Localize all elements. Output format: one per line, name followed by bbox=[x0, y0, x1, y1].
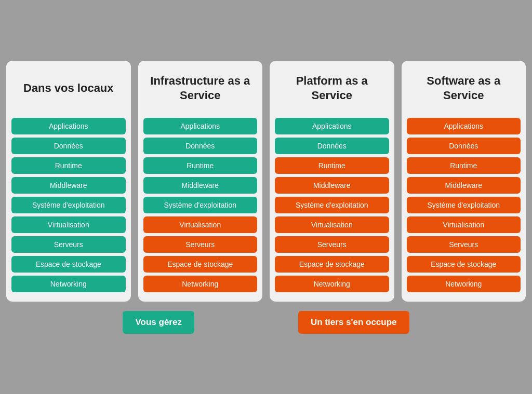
item-networking: Networking bbox=[407, 276, 521, 292]
item-applications: Applications bbox=[143, 118, 258, 134]
item-serveurs: Serveurs bbox=[11, 236, 126, 253]
item-networking: Networking bbox=[143, 276, 258, 292]
item-runtime: Runtime bbox=[143, 157, 258, 174]
item-middleware: Middleware bbox=[11, 177, 126, 194]
item-espace-de-stockage: Espace de stockage bbox=[275, 256, 389, 273]
item-donn-es: Données bbox=[407, 138, 521, 154]
item-middleware: Middleware bbox=[275, 177, 389, 194]
legend-row: Vous gérez Un tiers s'en occupe bbox=[6, 311, 526, 334]
item-applications: Applications bbox=[275, 118, 389, 134]
card-iaas: Infrastructure as a ServiceApplicationsD… bbox=[138, 61, 263, 302]
card-title-on-premise: Dans vos locaux bbox=[23, 70, 114, 106]
item-syst-me-d-exploitation: Système d'exploitation bbox=[275, 197, 389, 213]
item-espace-de-stockage: Espace de stockage bbox=[407, 256, 521, 273]
item-espace-de-stockage: Espace de stockage bbox=[143, 256, 258, 273]
card-title-iaas: Infrastructure as a Service bbox=[143, 70, 258, 106]
item-espace-de-stockage: Espace de stockage bbox=[11, 256, 126, 273]
vous-gerez-button[interactable]: Vous gérez bbox=[123, 311, 194, 334]
item-serveurs: Serveurs bbox=[143, 236, 258, 253]
card-on-premise: Dans vos locauxApplicationsDonnéesRuntim… bbox=[6, 61, 131, 302]
item-virtualisation: Virtualisation bbox=[275, 216, 389, 233]
items-list-paas: ApplicationsDonnéesRuntimeMiddlewareSyst… bbox=[275, 118, 389, 292]
item-syst-me-d-exploitation: Système d'exploitation bbox=[11, 197, 126, 213]
item-applications: Applications bbox=[11, 118, 126, 134]
items-list-saas: ApplicationsDonnéesRuntimeMiddlewareSyst… bbox=[407, 118, 521, 292]
card-saas: Software as a ServiceApplicationsDonnées… bbox=[402, 61, 526, 302]
card-title-saas: Software as a Service bbox=[407, 70, 521, 106]
item-syst-me-d-exploitation: Système d'exploitation bbox=[143, 197, 258, 213]
item-virtualisation: Virtualisation bbox=[407, 216, 521, 233]
items-list-on-premise: ApplicationsDonnéesRuntimeMiddlewareSyst… bbox=[11, 118, 126, 292]
item-donn-es: Données bbox=[275, 138, 389, 154]
item-runtime: Runtime bbox=[407, 157, 521, 174]
item-virtualisation: Virtualisation bbox=[11, 216, 126, 233]
item-runtime: Runtime bbox=[275, 157, 389, 174]
item-donn-es: Données bbox=[143, 138, 258, 154]
item-middleware: Middleware bbox=[143, 177, 258, 194]
item-networking: Networking bbox=[275, 276, 389, 292]
cards-grid: Dans vos locauxApplicationsDonnéesRuntim… bbox=[6, 61, 526, 302]
item-runtime: Runtime bbox=[11, 157, 126, 174]
item-applications: Applications bbox=[407, 118, 521, 134]
item-donn-es: Données bbox=[11, 138, 126, 154]
card-title-paas: Platform as a Service bbox=[275, 70, 389, 106]
item-serveurs: Serveurs bbox=[407, 236, 521, 253]
item-syst-me-d-exploitation: Système d'exploitation bbox=[407, 197, 521, 213]
card-paas: Platform as a ServiceApplicationsDonnées… bbox=[270, 61, 394, 302]
item-networking: Networking bbox=[11, 276, 126, 292]
item-virtualisation: Virtualisation bbox=[143, 216, 258, 233]
item-serveurs: Serveurs bbox=[275, 236, 389, 253]
item-middleware: Middleware bbox=[407, 177, 521, 194]
tiers-occupe-button[interactable]: Un tiers s'en occupe bbox=[298, 311, 409, 334]
items-list-iaas: ApplicationsDonnéesRuntimeMiddlewareSyst… bbox=[143, 118, 258, 292]
